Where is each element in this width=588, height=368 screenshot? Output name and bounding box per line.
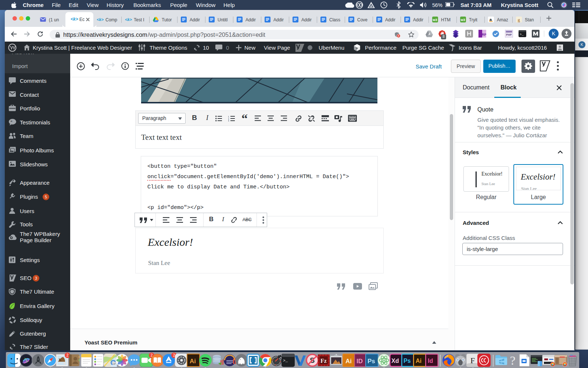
- svg-text:Xd: Xd: [391, 358, 399, 364]
- svg-text:Fz: Fz: [320, 358, 327, 364]
- svg-text:RP: RP: [482, 33, 486, 36]
- svg-text:Ai: Ai: [345, 358, 352, 365]
- svg-text:3: 3: [228, 120, 229, 121]
- svg-text:Ai: Ai: [190, 358, 196, 365]
- svg-text:>_: >_: [283, 358, 288, 363]
- svg-text:Ps: Ps: [368, 358, 375, 365]
- svg-text:ID: ID: [356, 358, 363, 365]
- svg-text:Ps: Ps: [404, 358, 411, 364]
- svg-text:g: g: [518, 17, 520, 22]
- svg-text:a: a: [490, 17, 492, 22]
- svg-text:Id: Id: [428, 358, 433, 364]
- svg-text:Ai: Ai: [416, 358, 422, 364]
- svg-text:>_: >_: [520, 33, 524, 36]
- svg-text:PHP: PHP: [506, 33, 512, 36]
- svg-text:F: F: [470, 356, 475, 365]
- svg-text:w3: w3: [460, 18, 465, 22]
- svg-text:”: ”: [11, 120, 12, 124]
- svg-text:w3: w3: [433, 18, 437, 22]
